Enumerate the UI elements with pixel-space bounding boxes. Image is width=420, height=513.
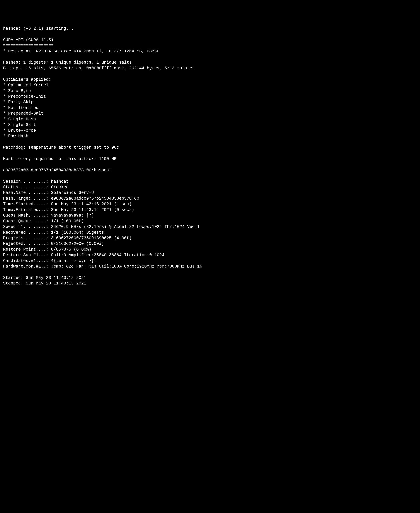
- cuda-device: * Device #1: NVIDIA GeForce RTX 2080 Ti,…: [3, 49, 159, 54]
- optimizer-item: * Single-Salt: [3, 123, 36, 127]
- status-hash-name: Hash.Name........: SolarWinds Serv-U: [3, 191, 94, 195]
- optimizer-item: * Prepended-Salt: [3, 111, 43, 116]
- status-rejected: Rejected.........: 0/31606272000 (0.00%): [3, 242, 104, 246]
- cuda-api-title: CUDA API (CUDA 11.3): [3, 38, 53, 42]
- status-time-started: Time.Started.....: Sun May 23 11:43:13 2…: [3, 202, 132, 206]
- status-status: Status...........: Cracked: [3, 185, 69, 190]
- status-hardware-mon: Hardware.Mon.#1..: Temp: 62c Fan: 31% Ut…: [3, 264, 202, 269]
- status-recovered: Recovered........: 1/1 (100.00%) Digests: [3, 230, 104, 235]
- watchdog-line: Watchdog: Temperature abort trigger set …: [3, 145, 119, 150]
- status-guess-queue: Guess.Queue......: 1/1 (100.00%): [3, 219, 84, 224]
- status-restore-point: Restore.Point....: 0/857375 (0.00%): [3, 247, 91, 252]
- optimizer-item: * Precompute-Init: [3, 94, 46, 99]
- optimizer-item: * Not-Iterated: [3, 106, 38, 110]
- footer-started: Started: Sun May 23 11:43:12 2021: [3, 275, 86, 280]
- status-hash-target: Hash.Target......: e983672a03adcc9767b24…: [3, 196, 139, 201]
- cracked-hash-line: e983672a03adcc9767b24584338eb378:00:hash…: [3, 168, 112, 173]
- optimizer-item: * Zero-Byte: [3, 89, 31, 93]
- cuda-separator: ====================: [3, 43, 53, 48]
- status-restore-sub: Restore.Sub.#1...: Salt:0 Amplifier:3584…: [3, 253, 165, 257]
- status-guess-mask: Guess.Mask.......: ?a?a?a?a?a?at [7]: [3, 213, 94, 218]
- footer-stopped: Stopped: Sun May 23 11:43:15 2021: [3, 281, 86, 286]
- starting-line: hashcat (v6.2.1) starting...: [3, 26, 74, 31]
- hostmem-line: Host memory required for this attack: 11…: [3, 157, 117, 161]
- optimizer-item: * Optimized-Kernel: [3, 83, 49, 88]
- optimizer-item: * Raw-Hash: [3, 134, 28, 139]
- status-session: Session..........: hashcat: [3, 179, 69, 184]
- terminal-output: hashcat (v6.2.1) starting... CUDA API (C…: [3, 26, 417, 286]
- bitmaps-line: Bitmaps: 16 bits, 65536 entries, 0x0000f…: [3, 66, 195, 71]
- optimizer-item: * Early-Skip: [3, 100, 33, 104]
- status-time-estimated: Time.Estimated...: Sun May 23 11:43:14 2…: [3, 207, 134, 212]
- status-progress: Progress.........: 31606272000/735091890…: [3, 236, 132, 241]
- status-speed: Speed.#1.........: 24620.9 MH/s (32.19ms…: [3, 225, 200, 229]
- optimizer-item: * Brute-Force: [3, 128, 36, 133]
- optimizers-title: Optimizers applied:: [3, 77, 51, 82]
- optimizer-item: * Single-Hash: [3, 117, 36, 122]
- hashes-line: Hashes: 1 digests; 1 unique digests, 1 u…: [3, 60, 132, 65]
- status-candidates: Candidates.#1....: 4{,erat -> cyr ~}t: [3, 258, 97, 263]
